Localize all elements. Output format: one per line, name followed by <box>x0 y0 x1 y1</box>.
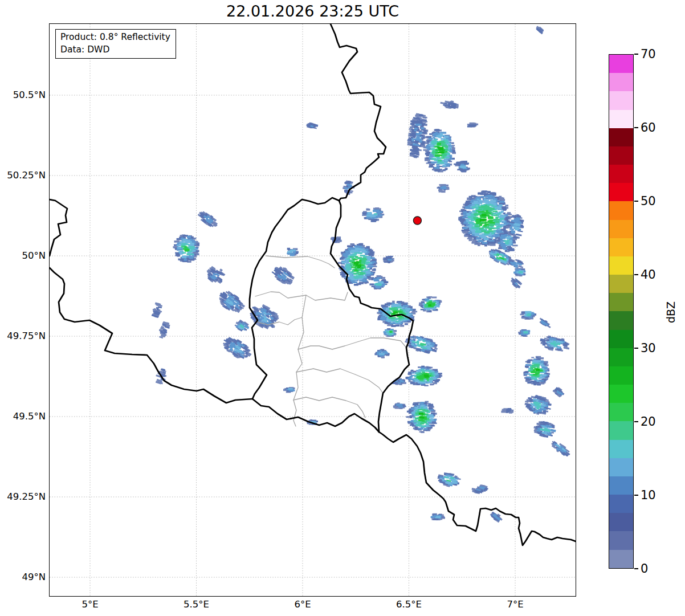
colorbar-tick-label: 20 <box>641 414 656 429</box>
y-tick-label: 49.75°N <box>0 330 46 342</box>
x-tick-label: 6°E <box>277 598 328 611</box>
product-line: Product: 0.8° Reflectivity <box>60 31 170 43</box>
colorbar <box>609 54 634 569</box>
x-tick-label: 7°E <box>490 598 541 611</box>
colorbar-segment <box>609 458 633 476</box>
data-source-line: Data: DWD <box>60 43 170 56</box>
colorbar-segment <box>609 256 633 275</box>
y-tick-label: 50.25°N <box>0 169 46 182</box>
colorbar-segment <box>609 476 633 495</box>
y-tick-label: 50°N <box>0 250 46 262</box>
colorbar-segment <box>609 165 633 183</box>
colorbar-segment <box>609 146 633 165</box>
x-tick-label: 5.5°E <box>171 598 222 611</box>
colorbar-tick-mark <box>634 54 638 55</box>
figure-title: 22.01.2026 23:25 UTC <box>50 1 576 22</box>
colorbar-tick-label: 0 <box>641 561 648 576</box>
colorbar-segment <box>609 403 633 421</box>
colorbar-segment <box>609 440 633 458</box>
colorbar-tick-label: 10 <box>641 488 656 503</box>
y-tick-label: 49°N <box>0 571 46 584</box>
colorbar-segment <box>609 513 633 531</box>
colorbar-segment <box>609 55 633 73</box>
y-tick-label: 49.25°N <box>0 491 46 503</box>
colorbar-segment <box>609 311 633 329</box>
radar-site-marker <box>413 217 421 225</box>
colorbar-tick-label: 50 <box>641 194 656 209</box>
colorbar-segment <box>609 421 633 439</box>
colorbar-tick-label: 30 <box>641 341 656 356</box>
colorbar-segment <box>609 348 633 366</box>
product-annotation-box: Product: 0.8° Reflectivity Data: DWD <box>55 29 176 59</box>
colorbar-tick-mark <box>634 348 638 349</box>
colorbar-segment <box>609 220 633 238</box>
colorbar-tick-label: 40 <box>641 267 656 282</box>
colorbar-tick-mark <box>634 495 638 496</box>
colorbar-segment <box>609 91 633 109</box>
colorbar-segment <box>609 110 633 128</box>
colorbar-segment <box>609 531 633 549</box>
colorbar-segment <box>609 238 633 256</box>
colorbar-segment <box>609 366 633 385</box>
colorbar-unit-label: dBZ <box>664 301 677 323</box>
colorbar-tick-mark <box>634 421 638 422</box>
colorbar-segment <box>609 550 633 568</box>
colorbar-segment <box>609 495 633 513</box>
colorbar-tick-mark <box>634 201 638 202</box>
colorbar-segment <box>609 201 633 219</box>
map-plot-area <box>49 23 576 597</box>
radar-figure: 22.01.2026 23:25 UTC Product: 0.8° Refle… <box>0 0 685 616</box>
colorbar-tick-label: 60 <box>641 120 656 135</box>
x-tick-label: 5°E <box>64 598 116 611</box>
y-tick-label: 50.5°N <box>0 89 46 101</box>
colorbar-tick-mark <box>634 274 638 275</box>
colorbar-segment <box>609 385 633 403</box>
y-tick-label: 49.5°N <box>0 410 46 423</box>
radar-map-svg <box>50 24 576 596</box>
colorbar-segment <box>609 275 633 293</box>
colorbar-segment <box>609 128 633 146</box>
colorbar-segment <box>609 330 633 348</box>
colorbar-segment <box>609 73 633 91</box>
colorbar-tick-label: 70 <box>641 47 656 62</box>
colorbar-tick-mark <box>634 568 638 569</box>
colorbar-segment <box>609 183 633 201</box>
colorbar-segment <box>609 293 633 311</box>
colorbar-tick-mark <box>634 127 638 128</box>
x-tick-label: 6.5°E <box>384 598 435 611</box>
